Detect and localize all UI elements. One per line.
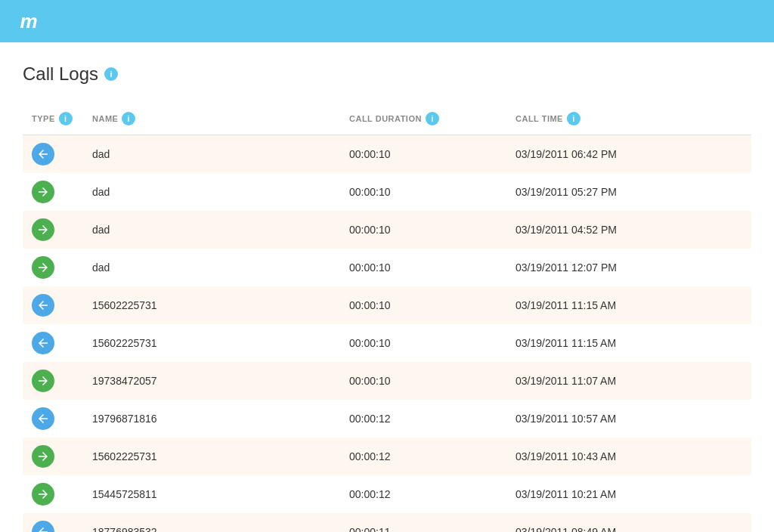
cell-type xyxy=(23,211,83,249)
table-row: 1560222573100:00:1003/19/2011 11:15 AM xyxy=(23,324,751,362)
outgoing-call-icon xyxy=(32,256,54,279)
cell-duration: 00:00:10 xyxy=(340,324,506,362)
outgoing-call-icon xyxy=(32,445,54,468)
table-row: dad00:00:1003/19/2011 06:42 PM xyxy=(23,135,751,174)
table-row: 1973847205700:00:1003/19/2011 11:07 AM xyxy=(23,362,751,400)
cell-time: 03/19/2011 10:21 AM xyxy=(506,475,751,513)
cell-name: dad xyxy=(83,249,340,286)
cell-name: dad xyxy=(83,173,340,211)
cell-duration: 00:00:12 xyxy=(340,475,506,513)
table-header: TYPE i NAME i CALL DURATION i xyxy=(23,106,751,135)
cell-type xyxy=(23,135,83,174)
cell-time: 03/19/2011 10:57 AM xyxy=(506,400,751,438)
incoming-call-icon xyxy=(32,143,54,165)
cell-name: 19738472057 xyxy=(83,362,340,400)
cell-time: 03/19/2011 04:52 PM xyxy=(506,211,751,249)
cell-time: 03/19/2011 11:15 AM xyxy=(506,286,751,324)
cell-name: dad xyxy=(83,211,340,249)
cell-duration: 00:00:10 xyxy=(340,211,506,249)
name-col-info-icon[interactable]: i xyxy=(122,112,135,125)
logo-text: m xyxy=(20,11,37,31)
cell-name: 15602225731 xyxy=(83,324,340,362)
table-row: 1544572581100:00:1203/19/2011 10:21 AM xyxy=(23,475,751,513)
cell-name: 15602225731 xyxy=(83,286,340,324)
incoming-call-icon xyxy=(32,332,54,354)
table-header-row: TYPE i NAME i CALL DURATION i xyxy=(23,106,751,135)
page-title-row: Call Logs i xyxy=(23,63,751,85)
col-header-time: CALL TIME i xyxy=(506,106,751,135)
col-header-name: NAME i xyxy=(83,106,340,135)
cell-duration: 00:00:10 xyxy=(340,135,506,174)
table-body: dad00:00:1003/19/2011 06:42 PM dad00:00:… xyxy=(23,135,751,533)
cell-name: 18776983532 xyxy=(83,513,340,532)
duration-col-info-icon[interactable]: i xyxy=(426,112,439,125)
cell-time: 03/19/2011 05:27 PM xyxy=(506,173,751,211)
cell-time: 03/19/2011 06:42 PM xyxy=(506,135,751,174)
cell-time: 03/19/2011 11:15 AM xyxy=(506,324,751,362)
cell-time: 03/19/2011 10:43 AM xyxy=(506,438,751,475)
table-row: 1979687181600:00:1203/19/2011 10:57 AM xyxy=(23,400,751,438)
cell-name: 15445725811 xyxy=(83,475,340,513)
cell-type xyxy=(23,513,83,532)
table-row: dad00:00:1003/19/2011 05:27 PM xyxy=(23,173,751,211)
cell-duration: 00:00:12 xyxy=(340,438,506,475)
outgoing-call-icon xyxy=(32,483,54,506)
type-col-info-icon[interactable]: i xyxy=(59,112,73,125)
page-title: Call Logs xyxy=(23,63,98,85)
cell-type xyxy=(23,173,83,211)
app-header: m xyxy=(0,0,774,42)
cell-duration: 00:00:10 xyxy=(340,286,506,324)
cell-duration: 00:00:10 xyxy=(340,173,506,211)
table-row: 1560222573100:00:1003/19/2011 11:15 AM xyxy=(23,286,751,324)
incoming-call-icon xyxy=(32,521,54,532)
cell-duration: 00:00:10 xyxy=(340,249,506,286)
table-row: 1560222573100:00:1203/19/2011 10:43 AM xyxy=(23,438,751,475)
table-row: dad00:00:1003/19/2011 12:07 PM xyxy=(23,249,751,286)
cell-type xyxy=(23,286,83,324)
col-header-duration: CALL DURATION i xyxy=(340,106,506,135)
cell-name: 19796871816 xyxy=(83,400,340,438)
page-title-info-icon[interactable]: i xyxy=(104,67,118,81)
cell-duration: 00:00:12 xyxy=(340,400,506,438)
outgoing-call-icon xyxy=(32,370,54,392)
cell-type xyxy=(23,362,83,400)
cell-type xyxy=(23,324,83,362)
cell-duration: 00:00:10 xyxy=(340,362,506,400)
outgoing-call-icon xyxy=(32,181,54,203)
cell-time: 03/19/2011 12:07 PM xyxy=(506,249,751,286)
cell-name: dad xyxy=(83,135,340,174)
main-content: Call Logs i TYPE i NAME i xyxy=(0,42,774,532)
app-logo: m xyxy=(15,8,42,35)
cell-name: 15602225731 xyxy=(83,438,340,475)
cell-type xyxy=(23,400,83,438)
cell-type xyxy=(23,249,83,286)
cell-time: 03/19/2011 11:07 AM xyxy=(506,362,751,400)
col-header-type: TYPE i xyxy=(23,106,83,135)
table-row: 1877698353200:00:1103/19/2011 08:49 AM xyxy=(23,513,751,532)
cell-type xyxy=(23,438,83,475)
incoming-call-icon xyxy=(32,294,54,317)
table-row: dad00:00:1003/19/2011 04:52 PM xyxy=(23,211,751,249)
cell-duration: 00:00:11 xyxy=(340,513,506,532)
outgoing-call-icon xyxy=(32,218,54,241)
cell-time: 03/19/2011 08:49 AM xyxy=(506,513,751,532)
time-col-info-icon[interactable]: i xyxy=(567,112,580,125)
cell-type xyxy=(23,475,83,513)
call-logs-table: TYPE i NAME i CALL DURATION i xyxy=(23,106,751,532)
incoming-call-icon xyxy=(32,407,54,430)
